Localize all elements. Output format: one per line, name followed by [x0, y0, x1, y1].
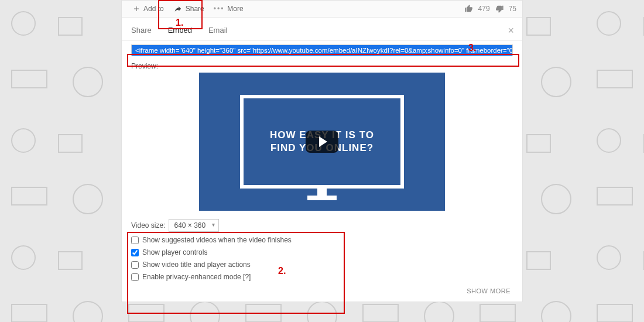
- checkbox-privacy[interactable]: [131, 273, 139, 281]
- vote-group: 479 75: [464, 4, 516, 13]
- label-privacy: Enable privacy-enhanced mode [?]: [142, 273, 251, 281]
- thumbs-down-icon[interactable]: [495, 4, 504, 13]
- show-more-link[interactable]: SHOW MORE: [131, 285, 513, 296]
- label-suggested: Show suggested videos when the video fin…: [142, 236, 292, 244]
- checkbox-title[interactable]: [131, 261, 139, 269]
- thumbs-up-icon[interactable]: [464, 4, 474, 13]
- dislike-count: 75: [509, 5, 516, 13]
- share-label: Share: [186, 5, 204, 13]
- share-button[interactable]: Share: [169, 3, 209, 15]
- preview-label: Preview:: [131, 62, 513, 70]
- tab-email[interactable]: Email: [208, 26, 228, 35]
- add-to-button[interactable]: Add to: [128, 3, 169, 15]
- embed-content: <iframe width="640" height="360" src="ht…: [122, 41, 522, 302]
- plus-icon: [132, 5, 141, 13]
- more-label: More: [227, 5, 243, 13]
- checkbox-suggested[interactable]: [131, 237, 139, 244]
- more-button[interactable]: ••• More: [209, 3, 248, 15]
- share-tabs: Share Embed Email ×: [122, 18, 522, 41]
- tab-share[interactable]: Share: [131, 26, 152, 35]
- tab-embed[interactable]: Embed: [168, 26, 192, 35]
- close-icon[interactable]: ×: [508, 25, 514, 37]
- video-preview[interactable]: HOW EASY IT IS TO FIND YOU ONLINE?: [199, 73, 445, 211]
- like-count: 479: [478, 5, 490, 13]
- label-title: Show video title and player actions: [142, 261, 251, 269]
- add-to-label: Add to: [143, 5, 164, 13]
- video-size-row: Video size: 640 × 360: [131, 219, 513, 232]
- share-panel: Add to Share ••• More 479 75 Share Embed…: [121, 0, 523, 302]
- share-arrow-icon: [173, 5, 183, 13]
- action-bar: Add to Share ••• More 479 75: [122, 1, 522, 18]
- embed-code-input[interactable]: <iframe width="640" height="360" src="ht…: [131, 44, 513, 56]
- video-size-select[interactable]: 640 × 360: [169, 219, 219, 232]
- checkbox-controls[interactable]: [131, 249, 139, 256]
- embed-options: Video size: 640 × 360 Show suggested vid…: [131, 219, 513, 296]
- video-size-label: Video size:: [131, 221, 165, 229]
- more-dots-icon: •••: [214, 5, 225, 13]
- play-button-icon[interactable]: [306, 131, 338, 153]
- label-controls: Show player controls: [142, 248, 207, 256]
